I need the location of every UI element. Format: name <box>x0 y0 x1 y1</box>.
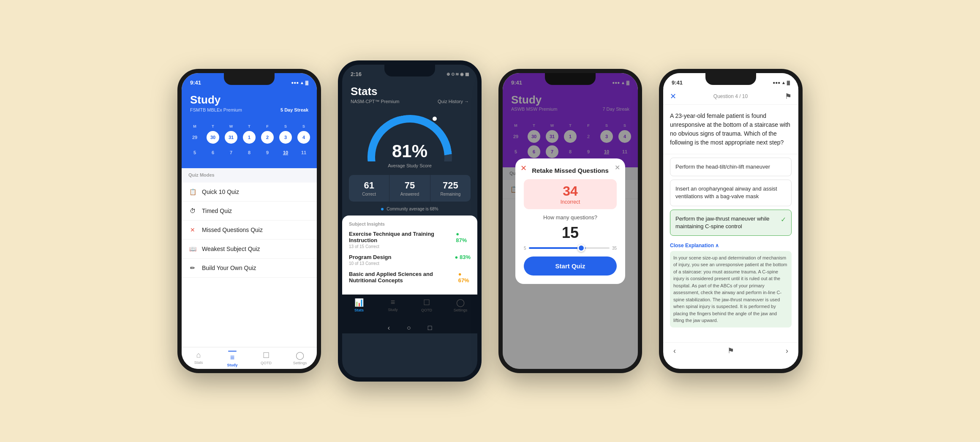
quick10-label: Quick 10 Quiz <box>202 188 239 195</box>
qotd-nav-icon: ☐ <box>263 351 270 360</box>
answer-3-correct[interactable]: Perform the jaw-thrust maneuver while ma… <box>670 210 792 236</box>
android-back[interactable]: ‹ <box>388 324 390 332</box>
p2-subtitle-text: NASM-CPT™ Premium <box>351 99 400 104</box>
nav-study[interactable]: ≡ Study <box>215 351 249 367</box>
p2-bottom-nav: 📊 Stats ≡ Study ☐ QOTD ◯ Settings <box>342 295 477 321</box>
p1-subtitle: FSMTB MBLEx Premium 5 Day Streak <box>190 107 308 112</box>
quiz-history-btn[interactable]: Quiz History → <box>438 99 469 104</box>
stats-nav-icon: ⌂ <box>196 351 201 360</box>
notch-1 <box>224 73 275 85</box>
si-pct-3: ● 67% <box>458 271 471 284</box>
modal-back-btn[interactable]: ✕ <box>520 164 527 173</box>
phone-1-study: 9:41 ●●● ▲ ▓ Study FSMTB MBLEx Premium 5… <box>177 69 321 373</box>
weakest-icon: 📖 <box>188 245 197 253</box>
answer-1-text: Perform the head-tilt/chin-lift maneuver <box>675 164 770 170</box>
p2-settings-label: Settings <box>454 308 468 312</box>
p4-nav-bar: ‹ ⚑ › <box>663 342 798 359</box>
si-item-1: Exercise Technique and Training Instruct… <box>349 231 471 249</box>
time-4: 9:41 <box>672 79 683 86</box>
cal-row-1: 29 30 31 1 2 3 4 <box>188 131 310 144</box>
answer-1[interactable]: Perform the head-tilt/chin-lift maneuver <box>670 158 792 176</box>
android-recents[interactable]: □ <box>428 324 432 332</box>
stat-correct-lbl: Correct <box>354 192 384 196</box>
p2-sub: NASM-CPT™ Premium Quiz History → <box>351 99 469 104</box>
answer-2[interactable]: Insert an oropharyngeal airway and assis… <box>670 180 792 206</box>
study-nav-label: Study <box>227 363 237 367</box>
nav-stats[interactable]: ⌂ Stats <box>182 351 215 367</box>
p4-flag-btn[interactable]: ⚑ <box>727 346 734 355</box>
study-nav-icon: ≡ <box>230 353 235 362</box>
cal-row-2: 5 6 7 8 9 10 11 <box>188 146 310 159</box>
phone-4-question: 9:41 ●●● ▲ ▓ ✕ Question 4 / 10 ⚑ A 23-ye… <box>659 69 803 373</box>
time-2: 2:16 <box>351 71 362 77</box>
answer-3-text: Perform the jaw-thrust maneuver while ma… <box>675 215 778 230</box>
custom-icon: ✏ <box>188 264 197 272</box>
quick10-icon: 📋 <box>188 188 197 196</box>
start-quiz-btn[interactable]: Start Quiz <box>524 256 617 276</box>
quiz-item-custom[interactable]: ✏ Build Your Own Quiz <box>182 259 317 278</box>
p1-header: Study FSMTB MBLEx Premium 5 Day Streak <box>182 88 317 121</box>
p4-next-btn[interactable]: › <box>786 347 788 355</box>
answer-2-text: Insert an oropharyngeal airway and assis… <box>675 186 777 199</box>
timed-label: Timed Quiz <box>202 207 232 214</box>
p4-bookmark-btn[interactable]: ⚑ <box>785 92 792 101</box>
slider-thumb[interactable] <box>577 244 585 252</box>
stat-answered-num: 75 <box>395 180 425 191</box>
android-home[interactable]: ○ <box>407 324 411 332</box>
question-text: A 23-year-old female patient is found un… <box>663 105 798 154</box>
time-1: 9:41 <box>190 79 201 86</box>
slider-track[interactable] <box>529 247 610 249</box>
stat-remaining-lbl: Remaining <box>436 192 466 196</box>
study-underline <box>228 351 237 352</box>
p2-nav-qotd[interactable]: ☐ QOTD <box>410 298 444 312</box>
stat-remaining: 725 Remaining <box>430 175 471 202</box>
modal-close-btn[interactable]: ✕ <box>615 164 620 172</box>
status-icons-1: ●●● ▲ ▓ <box>291 80 308 85</box>
nav-qotd[interactable]: ☐ QOTD <box>249 351 283 367</box>
quiz-item-missed[interactable]: ✕ Missed Questions Quiz <box>182 221 317 240</box>
gauge-container: 81% <box>368 115 452 161</box>
p2-stats-icon: 📊 <box>354 298 364 307</box>
missed-label: Missed Questions Quiz <box>202 226 263 233</box>
p1-streak: 5 Day Streak <box>280 107 308 112</box>
quiz-item-timed[interactable]: ⏱ Timed Quiz <box>182 202 317 221</box>
p2-nav-stats[interactable]: 📊 Stats <box>342 298 376 312</box>
stat-correct: 61 Correct <box>349 175 389 202</box>
p2-study-icon: ≡ <box>391 298 395 307</box>
android-bar: ‹ ○ □ <box>342 321 477 333</box>
weakest-label: Weakest Subject Quiz <box>202 246 260 252</box>
settings-nav-label: Settings <box>293 361 307 365</box>
answers-section: Perform the head-tilt/chin-lift maneuver… <box>663 154 798 243</box>
community-avg: Community average is 68% <box>342 207 477 211</box>
si-pct-2: ● 83% <box>455 254 471 260</box>
quiz-modes-label: Quiz Modes <box>188 172 310 177</box>
notch-2 <box>384 65 435 76</box>
avg-dot <box>381 208 384 210</box>
quiz-item-weakest[interactable]: 📖 Weakest Subject Quiz <box>182 240 317 259</box>
p2-header: Stats NASM-CPT™ Premium Quiz History → <box>342 80 477 111</box>
close-explanation-btn[interactable]: Close Explanation ∧ <box>670 243 792 248</box>
p1-title: Study <box>190 93 308 106</box>
missed-icon: ✕ <box>188 226 197 234</box>
slider-max: 35 <box>612 246 617 251</box>
p4-close-btn[interactable]: ✕ <box>670 92 676 101</box>
how-many-text: How many questions? <box>524 214 617 221</box>
p4-header: ✕ Question 4 / 10 ⚑ <box>663 88 798 105</box>
p2-nav-study[interactable]: ≡ Study <box>376 298 410 312</box>
settings-nav-icon: ◯ <box>296 351 304 360</box>
si-pct-1: ● 87% <box>456 231 471 243</box>
cal-header: M T W T F S S <box>188 124 310 128</box>
si-name-2: Program Design <box>349 254 391 260</box>
p2-nav-settings[interactable]: ◯ Settings <box>444 298 477 312</box>
explanation-text: In your scene size-up and determination … <box>670 251 792 327</box>
nav-settings[interactable]: ◯ Settings <box>283 351 317 367</box>
quiz-item-quick10[interactable]: 📋 Quick 10 Quiz <box>182 183 317 202</box>
qotd-nav-label: QOTD <box>261 361 272 365</box>
phone-2-stats: 2:16 ⊕ ⊙ ≋ ◉ ▦ Stats NASM-CPT™ Premium Q… <box>338 60 482 382</box>
stat-remaining-num: 725 <box>436 180 466 191</box>
si-item-3: Basic and Applied Sciences and Nutrition… <box>349 271 471 284</box>
gauge-label: Average Study Score <box>388 163 432 168</box>
p4-prev-btn[interactable]: ‹ <box>673 347 676 355</box>
modal-overlay: ✕ ✕ Retake Missed Questions 34 Incorrect… <box>503 73 638 369</box>
incorrect-num: 34 <box>528 183 612 199</box>
